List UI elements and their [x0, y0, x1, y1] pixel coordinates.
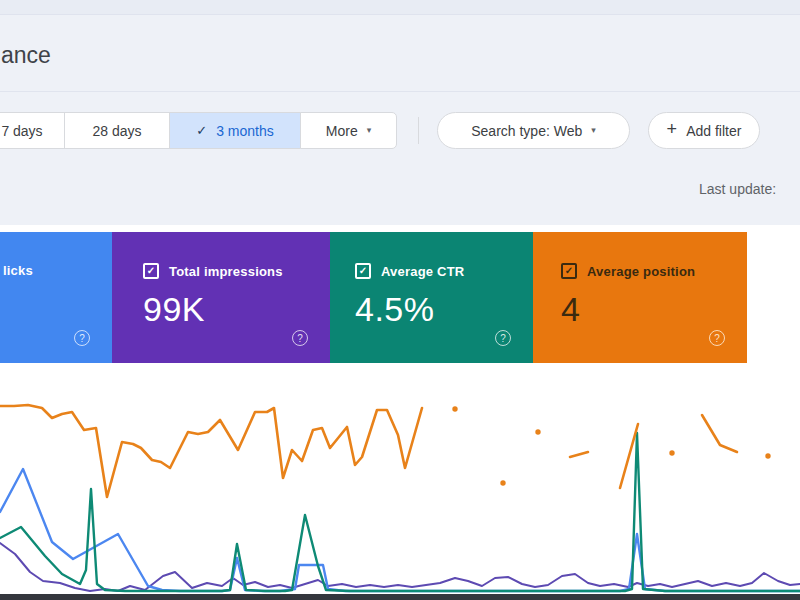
date-range-28-days-label: 28 days [92, 123, 141, 139]
card-average-ctr[interactable]: ✓ Average CTR 4.5% ? [330, 232, 533, 363]
last-update-text: Last update: [699, 181, 776, 197]
performance-page-title: ance [1, 42, 51, 69]
checkbox-checked-icon[interactable]: ✓ [355, 263, 371, 279]
check-icon: ✓ [196, 123, 207, 138]
total-clicks-label: licks [3, 263, 112, 278]
date-range-7-days[interactable]: 7 days [0, 112, 65, 149]
header-divider [0, 91, 800, 92]
help-icon[interactable]: ? [292, 330, 308, 346]
average-ctr-value: 4.5% [355, 290, 533, 329]
date-range-7-days-label: 7 days [1, 123, 42, 139]
date-range-group: 7 days 28 days ✓ 3 months More ▾ [0, 112, 397, 149]
date-range-3-months[interactable]: ✓ 3 months [169, 112, 301, 149]
help-icon[interactable]: ? [495, 330, 511, 346]
total-impressions-label: Total impressions [169, 264, 283, 279]
card-total-impressions[interactable]: ✓ Total impressions 99K ? [112, 232, 330, 363]
average-ctr-label: Average CTR [381, 264, 464, 279]
date-range-more-button[interactable]: More ▾ [300, 112, 397, 149]
chevron-down-icon: ▾ [367, 126, 372, 135]
search-type-label: Search type: Web [471, 123, 582, 139]
average-position-value: 4 [561, 290, 747, 329]
card-average-position[interactable]: ✓ Average position 4 ? [533, 232, 747, 363]
help-icon[interactable]: ? [709, 330, 725, 346]
date-range-3-months-label: 3 months [216, 123, 274, 139]
date-range-more-label: More [326, 123, 358, 139]
total-impressions-value: 99K [143, 290, 330, 329]
toolbar-divider [418, 117, 419, 144]
help-icon[interactable]: ? [74, 330, 90, 346]
date-range-28-days[interactable]: 28 days [64, 112, 170, 149]
average-position-label: Average position [587, 264, 695, 279]
performance-chart[interactable] [0, 380, 800, 600]
chevron-down-icon: ▾ [591, 126, 596, 135]
chart-x-axis-bar [0, 594, 800, 600]
checkbox-checked-icon[interactable]: ✓ [561, 263, 577, 279]
checkbox-checked-icon[interactable]: ✓ [143, 263, 159, 279]
window-top-strip [0, 0, 800, 15]
search-type-filter[interactable]: Search type: Web ▾ [437, 112, 630, 149]
add-filter-button[interactable]: + Add filter [648, 112, 760, 149]
performance-chart-svg [0, 380, 800, 600]
plus-icon: + [667, 119, 678, 140]
add-filter-label: Add filter [686, 123, 741, 139]
card-total-clicks[interactable]: licks ? [0, 232, 112, 363]
